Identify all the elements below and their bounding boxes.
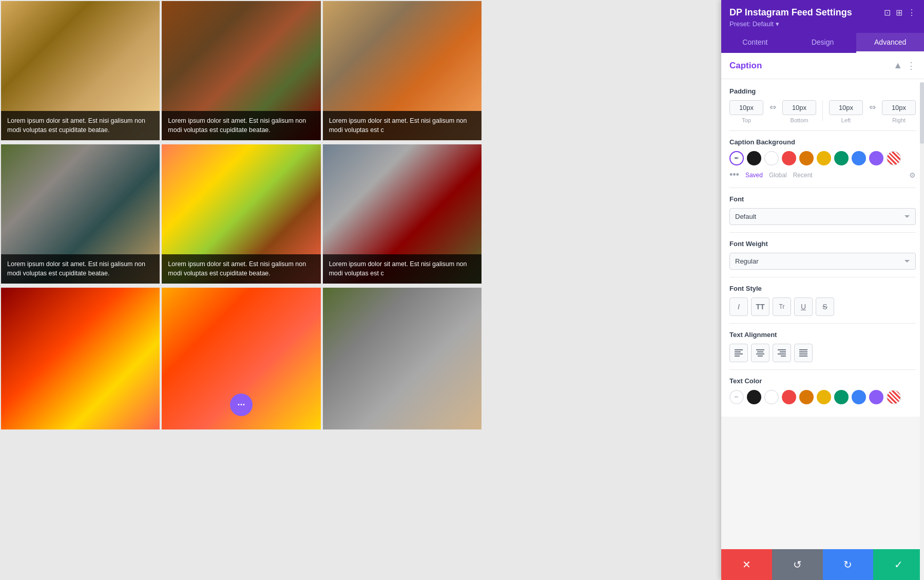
transform-btn[interactable]: Tr — [773, 297, 791, 316]
caption-section-header: Caption ▲ ⋮ — [721, 53, 924, 79]
text-eyedropper-icon: ✒ — [734, 394, 739, 401]
tab-content[interactable]: Content — [721, 33, 789, 53]
text-color-yellow[interactable] — [817, 390, 831, 404]
text-color-purple[interactable] — [869, 390, 883, 404]
more-icon[interactable]: ⋮ — [908, 8, 916, 17]
padding-right-input[interactable] — [882, 100, 916, 115]
color-striped[interactable] — [887, 151, 901, 165]
color-yellow[interactable] — [817, 151, 831, 165]
svg-rect-7 — [758, 356, 763, 357]
link-left-right-icon[interactable]: ⇔ — [867, 102, 878, 112]
padding-top-label: Top — [742, 117, 751, 123]
photo-cell-4[interactable]: Lorem ipsum dolor sit amet. Est nisi gal… — [0, 143, 161, 285]
padding-bottom-label: Bottom — [791, 117, 808, 123]
link-top-bottom-icon[interactable]: ⇔ — [767, 102, 778, 112]
padding-top-input[interactable] — [729, 100, 763, 115]
svg-rect-9 — [780, 351, 786, 352]
photo-cell-2[interactable]: Lorem ipsum dolor sit amet. Est nisi gal… — [161, 0, 321, 141]
svg-rect-4 — [756, 349, 764, 350]
text-color-picker-btn[interactable]: ✒ — [729, 390, 744, 404]
fullscreen-icon[interactable]: ⊡ — [884, 8, 891, 17]
color-dots-icon[interactable]: ••• — [729, 170, 739, 180]
confirm-btn[interactable]: ✓ — [873, 549, 924, 580]
text-color-green[interactable] — [834, 390, 849, 404]
svg-rect-1 — [735, 351, 741, 352]
color-tab-global[interactable]: Global — [769, 172, 787, 179]
photo-cell-9[interactable] — [322, 287, 483, 431]
panel-body: Caption ▲ ⋮ Padding Top ⇔ — [721, 53, 924, 580]
align-justify-btn[interactable] — [794, 344, 813, 362]
preset-label[interactable]: Preset: Default ▾ — [729, 20, 916, 28]
padding-left-label: Left — [841, 117, 851, 123]
photos-grid: Lorem ipsum dolor sit amet. Est nisi gal… — [0, 0, 483, 580]
text-color-striped[interactable] — [887, 390, 901, 404]
color-blue[interactable] — [852, 151, 866, 165]
svg-rect-3 — [735, 356, 740, 357]
color-black[interactable] — [747, 151, 761, 165]
photo-cell-3[interactable]: Lorem ipsum dolor sit amet. Est nisi gal… — [322, 0, 483, 141]
scrollbar-track — [920, 82, 924, 580]
padding-label: Padding — [729, 87, 916, 95]
color-green[interactable] — [834, 151, 849, 165]
color-tab-recent[interactable]: Recent — [793, 172, 813, 179]
tab-advanced[interactable]: Advanced — [856, 33, 924, 53]
svg-rect-15 — [799, 356, 807, 357]
text-color-blue[interactable] — [852, 390, 866, 404]
color-tab-saved[interactable]: Saved — [745, 172, 763, 179]
underline-btn[interactable]: U — [794, 297, 813, 316]
text-color-amber[interactable] — [799, 390, 814, 404]
photo-cell-6[interactable]: Lorem ipsum dolor sit amet. Est nisi gal… — [322, 143, 483, 285]
photo-cell-5[interactable]: Lorem ipsum dolor sit amet. Est nisi gal… — [161, 143, 321, 285]
font-select[interactable]: Default — [729, 208, 916, 225]
font-style-label: Font Style — [729, 285, 916, 292]
section-more-icon[interactable]: ⋮ — [907, 60, 916, 71]
photo-cell-7[interactable] — [0, 287, 161, 431]
photo-cell-8[interactable]: ··· — [161, 287, 321, 431]
svg-rect-10 — [778, 353, 786, 354]
svg-rect-11 — [781, 356, 786, 357]
floating-action-btn[interactable]: ··· — [230, 394, 253, 416]
padding-left-input[interactable] — [829, 100, 863, 115]
svg-rect-12 — [799, 349, 807, 350]
layout-icon[interactable]: ⊞ — [896, 8, 902, 17]
font-label: Font — [729, 195, 916, 203]
color-red[interactable] — [782, 151, 796, 165]
scrollbar-thumb[interactable] — [920, 82, 924, 144]
color-picker-btn[interactable]: ✒ — [729, 151, 744, 165]
caption-section-content: Padding Top ⇔ Bottom — [721, 79, 924, 417]
collapse-icon[interactable]: ▲ — [893, 60, 902, 71]
align-right-btn[interactable] — [773, 344, 791, 362]
italic-btn[interactable]: I — [729, 297, 748, 316]
caption-6: Lorem ipsum dolor sit amet. Est nisi gal… — [323, 254, 482, 284]
svg-rect-0 — [735, 349, 743, 350]
svg-rect-6 — [756, 353, 764, 354]
font-weight-select[interactable]: Regular — [729, 253, 916, 270]
text-color-red[interactable] — [782, 390, 796, 404]
caption-1: Lorem ipsum dolor sit amet. Est nisi gal… — [1, 111, 160, 141]
strikethrough-btn[interactable]: S — [816, 297, 834, 316]
caption-section: Caption ▲ ⋮ Padding Top ⇔ — [721, 53, 924, 417]
text-color-white[interactable] — [764, 390, 779, 404]
text-color-black[interactable] — [747, 390, 761, 404]
bold-btn[interactable]: TT — [751, 297, 769, 316]
text-color-swatches: ✒ — [729, 390, 916, 404]
photo-cell-1[interactable]: Lorem ipsum dolor sit amet. Est nisi gal… — [0, 0, 161, 141]
svg-rect-14 — [799, 353, 807, 354]
svg-rect-2 — [735, 353, 743, 354]
cancel-btn[interactable]: ✕ — [721, 549, 772, 580]
svg-rect-5 — [757, 351, 763, 352]
color-amber[interactable] — [799, 151, 814, 165]
padding-bottom-input[interactable] — [782, 100, 816, 115]
section-actions: ▲ ⋮ — [893, 60, 916, 71]
refresh-btn[interactable]: ↻ — [823, 549, 874, 580]
font-style-buttons: I TT Tr U S — [729, 297, 916, 316]
reset-btn[interactable]: ↺ — [772, 549, 823, 580]
svg-rect-13 — [799, 351, 807, 352]
color-settings-icon[interactable]: ⚙ — [909, 171, 916, 179]
color-purple[interactable] — [869, 151, 883, 165]
bottom-action-bar: ✕ ↺ ↻ ✓ — [721, 549, 924, 580]
align-center-btn[interactable] — [751, 344, 769, 362]
color-white[interactable] — [764, 151, 779, 165]
tab-design[interactable]: Design — [789, 33, 857, 53]
align-left-btn[interactable] — [729, 344, 748, 362]
